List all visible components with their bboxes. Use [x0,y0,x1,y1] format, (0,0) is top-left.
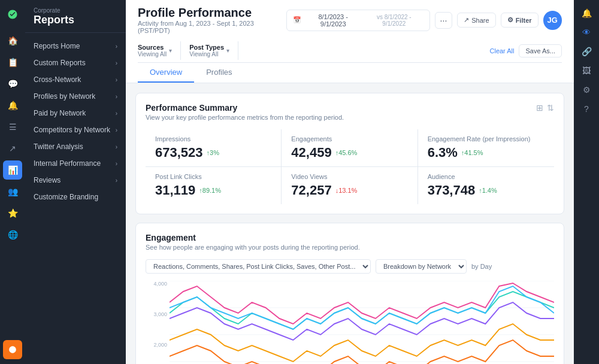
chevron-down-icon: ▾ [169,47,172,54]
calendar-icon: 📅 [293,16,301,24]
chevron-icon: › [116,144,117,150]
filter-actions: Clear All Save As... [490,44,562,57]
sidebar-item-twitter-analysis[interactable]: Twitter Analysis › [25,138,126,155]
chart-container: 4,000 3,000 2,000 1,000 0 [146,281,554,364]
share-button[interactable]: ↗ Share [457,13,495,28]
sidebar-item-custom-reports[interactable]: Custom Reports › [25,54,126,71]
card-title: Performance Summary [146,103,344,113]
grid-view-icon[interactable]: ⊞ [536,103,543,113]
settings-icon[interactable]: ⚙ [578,81,595,98]
card-header: Performance Summary View your key profil… [146,103,554,121]
nav-icon-notifications[interactable]: 🔔 [3,96,22,115]
top-header: Profile Performance Activity from Aug 1,… [126,0,574,83]
metric-engagement-rate: Engagement Rate (per Impression) 6.3% 41… [418,129,554,167]
nav-icon-home[interactable]: 🏠 [3,31,22,50]
y-axis: 4,000 3,000 2,000 1,000 0 [146,281,167,364]
link-icon[interactable]: 🔗 [578,43,595,60]
chevron-down-icon: ▾ [226,47,229,54]
chevron-icon: › [116,160,117,167]
tabs-row: Overview Profiles [138,62,562,83]
engagement-filters: Reactions, Comments, Shares, Post Link C… [146,259,554,274]
more-options-button[interactable]: ··· [435,12,453,29]
icon-bar: 🏠 📋 💬 🔔 ☰ ↗ 📊 👥 ⭐ 🌐 [0,0,25,364]
metric-engagements: Engagements 42,459 45.6% [282,129,418,167]
tab-overview[interactable]: Overview [138,63,194,83]
sidebar-item-label: Profiles by Network [34,92,95,101]
save-as-button[interactable]: Save As... [519,44,562,57]
chevron-icon: › [116,93,117,100]
tab-profiles[interactable]: Profiles [194,63,244,83]
sources-filter[interactable]: Sources Viewing All ▾ [138,41,181,60]
nav-icon-people[interactable]: 👥 [3,182,22,201]
sidebar-item-competitors[interactable]: Competitors by Network › [25,122,126,138]
sidebar-item-customize-branding[interactable]: Customize Branding [25,189,126,205]
nav-icon-star[interactable]: ⭐ [3,204,22,223]
share-icon: ↗ [464,16,469,24]
sidebar-item-label: Cross-Network [34,75,81,84]
header-actions: 📅 8/1/2023 - 9/1/2023 vs 8/1/2022 - 9/1/… [286,10,562,31]
page-title: Profile Performance [138,6,286,20]
engagement-title: Engagement [146,233,360,242]
card-header-actions: ⊞ ⇅ [536,103,554,113]
sidebar-item-internal-performance[interactable]: Internal Performance › [25,155,126,172]
post-types-filter[interactable]: Post Types Viewing All ▾ [189,41,238,60]
chevron-icon: › [116,60,117,66]
nav-icon-list[interactable]: ☰ [3,117,22,136]
content-area: Performance Summary View your key profil… [126,83,574,364]
sidebar-company: Corporate [34,7,117,14]
engagement-card: Engagement See how people are engaging w… [135,223,564,364]
sidebar-item-reviews[interactable]: Reviews › [25,172,126,189]
sidebar-item-label: Reviews [34,176,60,184]
nav-icon-feed[interactable]: 📋 [3,53,22,72]
breakdown-select[interactable]: Breakdown by Network [376,259,467,274]
sidebar-nav: Reports Home › Custom Reports › Cross-Ne… [25,33,126,210]
sidebar-item-label: Competitors by Network [34,126,110,134]
chevron-icon: › [116,43,117,50]
nav-icon-messages[interactable]: 💬 [3,74,22,93]
sidebar-item-label: Internal Performance [34,159,101,168]
chevron-icon: › [116,77,117,83]
sidebar-item-label: Customize Branding [34,193,98,201]
metric-impressions: Impressions 673,523 3% [146,129,282,167]
metric-post-link-clicks: Post Link Clicks 31,119 89.1% [146,167,282,204]
engagement-chart [170,281,554,364]
main-content: Profile Performance Activity from Aug 1,… [126,0,574,364]
eye-icon[interactable]: 👁 [578,24,595,41]
page-header-left: Profile Performance Activity from Aug 1,… [138,6,286,34]
metrics-select[interactable]: Reactions, Comments, Shares, Post Link C… [146,259,371,274]
metrics-grid: Impressions 673,523 3% Engagements 42,45… [146,129,554,204]
performance-summary-card: Performance Summary View your key profil… [135,93,564,214]
sidebar-item-cross-network[interactable]: Cross-Network › [25,71,126,88]
engagement-card-header: Engagement See how people are engaging w… [146,233,554,251]
nav-icon-bottom[interactable] [3,340,22,359]
chevron-icon: › [116,110,117,117]
metric-video-views: Video Views 72,257 13.1% [282,167,418,204]
sort-icon[interactable]: ⇅ [547,103,554,113]
clear-all-link[interactable]: Clear All [490,47,515,54]
nav-icon-send[interactable]: ↗ [3,139,22,158]
sidebar-item-label: Custom Reports [34,59,86,67]
date-range-text: 8/1/2023 - 9/1/2023 [305,13,361,28]
nav-icon-network[interactable]: 🌐 [3,225,22,244]
sidebar-item-reports-home[interactable]: Reports Home › [25,38,126,54]
bell-icon[interactable]: 🔔 [578,5,595,22]
date-range-button[interactable]: 📅 8/1/2023 - 9/1/2023 vs 8/1/2022 - 9/1/… [286,10,429,31]
sidebar-section: Reports [34,14,117,26]
sidebar-item-label: Twitter Analysis [34,142,83,151]
filters-row: Sources Viewing All ▾ Post Types Viewing… [138,37,562,60]
engagement-subtitle: See how people are engaging with your po… [146,244,360,251]
question-icon[interactable]: ? [578,101,595,117]
sidebar-item-label: Paid by Network [34,109,86,117]
chevron-icon: › [116,127,117,134]
sidebar-item-paid-by-network[interactable]: Paid by Network › [25,105,126,122]
sidebar-item-profiles-by-network[interactable]: Profiles by Network › [25,88,126,105]
filter-icon: ⚙ [507,16,513,24]
nav-icon-analytics[interactable]: 📊 [3,160,22,180]
filter-button[interactable]: ⚙ Filter [501,13,539,28]
date-vs-text: vs 8/1/2022 - 9/1/2022 [365,14,423,27]
sidebar-item-label: Reports Home [34,42,80,50]
app-logo[interactable] [3,5,22,24]
image-icon[interactable]: 🖼 [578,62,595,79]
chevron-icon: › [116,177,117,184]
user-avatar[interactable]: JG [543,11,562,30]
